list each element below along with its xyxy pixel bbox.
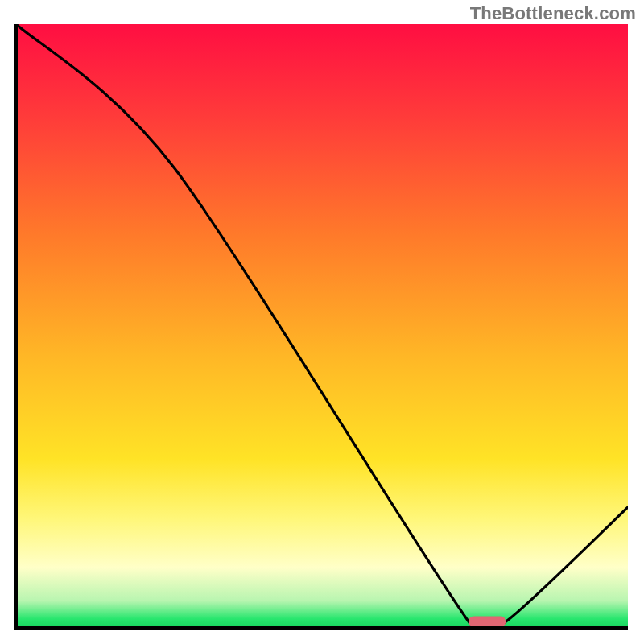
bottleneck-chart [0, 0, 644, 644]
gradient-background [16, 24, 628, 628]
chart-container: TheBottleneck.com [0, 0, 644, 644]
watermark-text: TheBottleneck.com [470, 3, 636, 24]
current-position-marker [469, 617, 506, 628]
